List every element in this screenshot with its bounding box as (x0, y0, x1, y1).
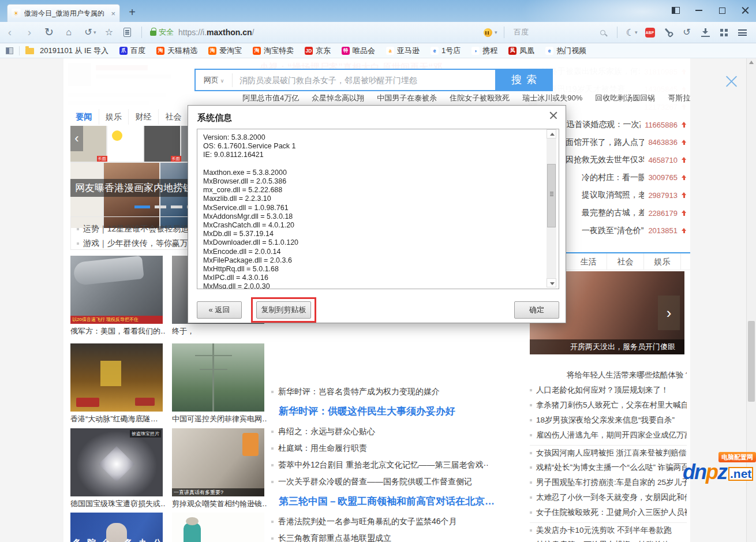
maxnote-bee-icon[interactable] (484, 28, 492, 37)
bookmark-item[interactable]: e 热门视频 (545, 46, 586, 56)
scroll-down-arrow[interactable] (547, 278, 556, 287)
tools-button[interactable] (659, 25, 678, 40)
version-info-textbox[interactable]: Version: 5.3.8.2000OS: 6.1.7601.Service … (197, 129, 559, 289)
news-tab[interactable]: 社会 (159, 109, 189, 125)
copy-to-clipboard-button[interactable]: 复制到剪贴板 (256, 301, 311, 319)
feature-next-button[interactable]: › (658, 296, 680, 330)
refresh-button[interactable]: ↻ (39, 27, 59, 38)
minimize-button[interactable] (691, 4, 706, 17)
scrollbar-thumb[interactable] (748, 321, 755, 402)
sidebar-news-item[interactable]: 人口老龄化如何应对？顶层规划来了！ (530, 383, 687, 398)
tab-close-icon[interactable]: × (111, 10, 115, 17)
sidebar-news-item[interactable]: 将给年轻人生活带来哪些炫酷体验？ (530, 368, 687, 383)
ok-button[interactable]: 确定 (514, 301, 559, 319)
hot-item-count: 11665886 (645, 121, 678, 129)
maximize-button[interactable] (714, 4, 729, 17)
bookmark-item[interactable]: 特 唯品会 (342, 46, 375, 56)
bookmark-item[interactable]: 淘 淘宝特卖 (253, 46, 294, 56)
bookmark-item[interactable]: JD 京东 (305, 46, 331, 56)
split-screen-button[interactable] (714, 25, 733, 40)
hot-word-link[interactable]: 中国男子在泰被杀 (377, 93, 437, 103)
sidebar-news-item[interactable]: 男子围观坠车打捞崩溃:车是自家的 25岁儿子溺亡 (530, 475, 687, 490)
scroll-up-arrow[interactable] (547, 129, 556, 139)
news-thumb-missile[interactable]: 以20倍音速飞行 现役反导拦不住 (70, 256, 163, 324)
bookmark-item[interactable]: 爪 百度 (119, 46, 145, 56)
close-search-overlay-button[interactable] (724, 73, 740, 89)
back-dialog-button[interactable]: « 返回 (197, 301, 242, 319)
browser-tab[interactable]: ☀ 傲游今日_傲游用户专属的 × (7, 4, 120, 22)
news-caption[interactable]: 中国可遥控关闭菲律宾电网… (172, 414, 267, 425)
close-window-button[interactable] (738, 4, 753, 17)
sidebar-news-item[interactable]: 姑娘卖房筹70万给男友投资，转账前他… (530, 537, 687, 542)
session-recover-button[interactable]: ↺ (678, 25, 696, 40)
bookmark-item[interactable]: 淘 爱淘宝 (208, 46, 242, 56)
news-thumb-jewel[interactable]: 被盗珠宝照片 (70, 428, 163, 496)
home-button[interactable]: ⌂ (59, 27, 78, 38)
favorite-star-button[interactable]: ☆ (99, 27, 119, 38)
bookmark-item[interactable]: 凤 凤凰 (508, 46, 534, 56)
search-category-select[interactable]: 网页∨ (196, 73, 233, 87)
adblock-button[interactable]: ABP (641, 25, 659, 40)
bookmark-item[interactable]: a 亚马逊 (386, 46, 420, 56)
sidebar-toggle-icon[interactable] (6, 47, 13, 54)
back-button[interactable]: ‹ (0, 27, 20, 38)
news-thumb-tunnel[interactable] (70, 343, 163, 412)
sidebar-news-item[interactable]: 雇凶伤人潜逃九年，期间开四家企业成亿万富翁 (530, 428, 687, 443)
note-icon[interactable] (123, 28, 131, 37)
dot-active[interactable] (134, 205, 150, 208)
sidebar-news-item[interactable]: 戏精“处长”为博女主播一个“么么哒” 诈骗两百万 (530, 460, 687, 475)
hot-word-link[interactable]: 瑞士冰川或失90% (522, 93, 582, 103)
hot-word-link[interactable]: 哥斯拉推迟上映 (668, 93, 690, 103)
downloads-button[interactable] (696, 25, 714, 40)
hot-word-link[interactable]: 回收吃剩汤圆回锅 (595, 93, 655, 103)
sidebar-news-item[interactable]: 女孩因河南人应聘被拒 浙江喜来登被判赔偿1万元 (530, 445, 687, 460)
search-submit-button[interactable]: 搜索 (495, 69, 553, 91)
forward-button[interactable]: › (20, 27, 39, 38)
bookmark-item[interactable]: ◗ 携程 (471, 46, 497, 56)
dialog-scrollbar-thumb[interactable] (547, 164, 556, 227)
sidebar-news-item[interactable]: 拿杀猪刀刺伤5人致死亡，父亲在村里大喊自己杀人 (530, 398, 687, 413)
sidebar-news-item[interactable]: 18岁男孩深夜给父亲发来信息“我要自杀” (530, 413, 687, 428)
undo-dropdown-icon[interactable]: ▾ (93, 29, 99, 35)
news-caption[interactable]: 剪掉观众嘲笑首相约翰逊镜… (172, 499, 267, 510)
bee-dropdown-icon[interactable]: ▾ (495, 29, 500, 35)
dialog-close-button[interactable] (547, 109, 560, 122)
bookmark-item[interactable]: 淘 天猫精选 (156, 46, 197, 56)
sidebar-tab[interactable]: 生活 (570, 253, 607, 270)
news-tab[interactable]: 要闻 (69, 109, 99, 125)
hot-word-link[interactable]: 阿里总市值4万亿 (242, 93, 299, 103)
url-prefix: https://i. (178, 28, 207, 37)
news-caption[interactable]: 终于， (172, 326, 267, 338)
dialog-scrollbar[interactable] (547, 129, 556, 287)
news-caption[interactable]: 俄军方：美国，看看我们的… (70, 326, 165, 338)
page-search-input[interactable] (233, 70, 495, 90)
layout-panel-button[interactable] (668, 4, 683, 17)
search-icon[interactable] (600, 30, 605, 35)
news-caption[interactable]: 德国国宝级珠宝遭窃损失或… (70, 499, 165, 510)
news-tab[interactable]: 娱乐 (99, 109, 129, 125)
news-thumb-johnson[interactable]: 一直讲真话有多重要? (172, 428, 264, 496)
sidebar-tab[interactable]: 娱乐 (644, 253, 681, 270)
news-thumb-taiban[interactable]: 务院台 务办公 uan Affairs Of the State Coun (70, 513, 163, 542)
new-tab-button[interactable]: + (125, 5, 140, 20)
hot-word-link[interactable]: 众星悼念高以翔 (312, 93, 364, 103)
dot[interactable] (171, 205, 182, 208)
address-url[interactable]: https://i.maxthon.cn/ (178, 28, 255, 37)
news-thumb-cartoon[interactable] (172, 513, 264, 542)
news-tab[interactable]: 财经 (129, 109, 159, 125)
dot[interactable] (155, 205, 166, 208)
main-menu-button[interactable] (733, 25, 751, 40)
news-caption[interactable]: 香港“大动脉”红磡海底隧… (70, 414, 165, 425)
sidebar-tab[interactable]: 社会 (607, 253, 644, 270)
carousel-prev-button[interactable]: ‹ (70, 126, 83, 151)
sidebar-news-item[interactable]: 女子住院被殴致死：卫健局介入三医护人员被拘 (530, 505, 687, 520)
hot-word-link[interactable]: 住院女子被殴致死 (450, 93, 510, 103)
sidebar-news-item[interactable]: 美发店办卡10元洗剪吹 不到半年卷款跑 (530, 522, 687, 537)
sidebar-news-item[interactable]: 太难忍了小伙一到冬天就变身，女朋因此和他分手 (530, 490, 687, 505)
night-mode-dropdown-icon[interactable]: ▾ (635, 29, 641, 35)
bookmark-item[interactable]: e 1号店 (431, 46, 461, 56)
news-thumb-pylon[interactable] (172, 343, 264, 412)
scroll-up-icon[interactable] (749, 61, 754, 64)
search-engine-field[interactable]: 百度 (514, 27, 600, 38)
bookmark-folder[interactable]: 20191101 从 IE 导入 (25, 46, 108, 56)
